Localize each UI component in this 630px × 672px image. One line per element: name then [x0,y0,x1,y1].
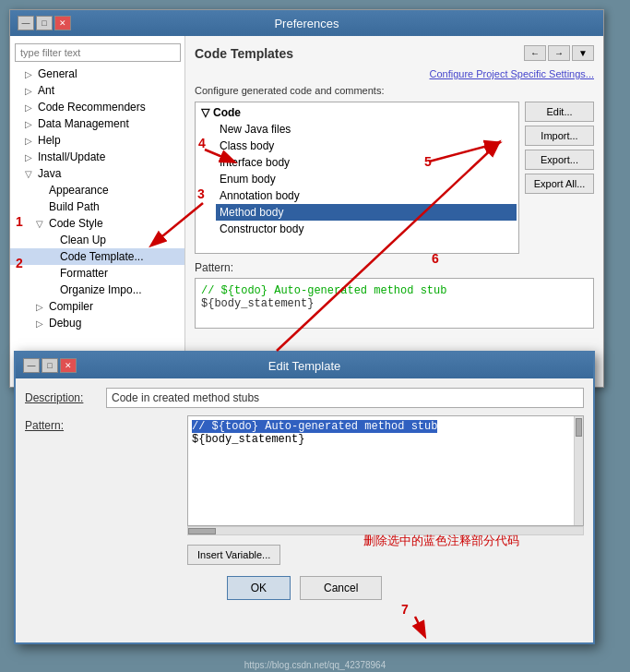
sidebar: ▷ General ▷ Ant ▷ Code Recommenders ▷ Da… [10,36,185,387]
sidebar-label: Debug [49,317,81,330]
sidebar-label: Help [38,134,61,147]
sidebar-label: Compiler [49,300,93,313]
pattern-label: Pattern: [195,261,594,274]
arrow-icon: ▷ [25,152,36,162]
sidebar-label: Code Recommenders [38,101,146,114]
sidebar-item-debug[interactable]: ▷ Debug [10,315,184,331]
sidebar-label: Code Template... [60,250,144,263]
arrow-icon: ▷ [36,318,47,329]
right-buttons: Edit... Import... Export... Export All..… [525,102,594,254]
sidebar-item-ant[interactable]: ▷ Ant [10,82,184,99]
configure-desc: Configure generated code and comments: [195,85,594,96]
pattern-row: Pattern: // ${todo} Auto-generated metho… [25,415,584,535]
sidebar-item-code-style[interactable]: ▽ Code Style [10,215,184,232]
preferences-body: ▷ General ▷ Ant ▷ Code Recommenders ▷ Da… [10,36,603,387]
code-tree-sub: New Java files Class body Interface body… [197,121,517,237]
sidebar-label: Code Style [49,217,103,230]
nav-buttons: ← → ▼ [524,45,594,61]
edit-template-dialog: — □ ✕ Edit Template Description: Pattern… [14,351,595,644]
body-statement: ${body_statement} [192,433,304,446]
code-tree[interactable]: ▽ Code New Java files Class body Interfa… [195,102,519,254]
arrow-icon: ▷ [25,119,36,129]
import-button[interactable]: Import... [525,126,594,146]
arrow-icon: ▷ [25,102,36,113]
sidebar-item-clean-up[interactable]: Clean Up [10,232,184,248]
back-button[interactable]: ← [524,45,546,61]
sidebar-label: Java [38,167,61,180]
arrow-icon: ▷ [36,302,47,312]
dialog-footer: OK Cancel [25,572,584,604]
description-label: Description: [25,391,99,404]
pattern-editor-wrapper: // ${todo} Auto-generated method stub ${… [106,415,584,535]
code-tree-header[interactable]: ▽ Code [197,104,517,121]
pattern-editor[interactable]: // ${todo} Auto-generated method stub ${… [187,415,584,526]
sidebar-item-help[interactable]: ▷ Help [10,132,184,149]
menu-button[interactable]: ▼ [572,45,594,61]
filter-input[interactable] [15,43,181,62]
sidebar-item-appearance[interactable]: Appearance [10,182,184,198]
sidebar-label: General [38,67,77,80]
sidebar-label: Appearance [49,184,109,197]
edit-maximize-button[interactable]: □ [42,358,58,373]
close-button[interactable]: ✕ [54,16,71,30]
selected-pattern-text: // ${todo} Auto-generated method stub [192,420,437,433]
cancel-button[interactable]: Cancel [300,576,382,600]
code-item-annotation-body[interactable]: Annotation body [216,187,517,204]
forward-button[interactable]: → [548,45,570,61]
ok-button[interactable]: OK [227,576,291,600]
sidebar-item-compiler[interactable]: ▷ Compiler [10,298,184,315]
pattern-area: // ${todo} Auto-generated method stub ${… [195,278,594,329]
edit-minimize-button[interactable]: — [23,358,40,373]
sidebar-label: Data Management [38,117,129,130]
arrow-icon: ▷ [25,136,36,146]
sidebar-label: Build Path [49,200,100,213]
edit-body: Description: Pattern: // ${todo} Auto-ge… [16,378,593,613]
minimize-button[interactable]: — [18,16,34,30]
code-item-interface-body[interactable]: Interface body [216,154,517,171]
code-tree-panel: ▽ Code New Java files Class body Interfa… [195,102,594,254]
sidebar-item-general[interactable]: ▷ General [10,66,184,82]
content-area: Code Templates ← → ▼ Configure Project S… [185,36,603,387]
pattern-label-edit: Pattern: [25,415,99,535]
preferences-titlebar: — □ ✕ Preferences [10,10,603,36]
insert-variable-button[interactable]: Insert Variable... [187,545,280,565]
code-item-class-body[interactable]: Class body [216,138,517,154]
sidebar-item-code-templates[interactable]: Code Template... [10,248,184,265]
preferences-window: — □ ✕ Preferences ▷ General ▷ Ant ▷ Code… [9,9,604,388]
description-input[interactable] [106,388,584,408]
delete-hint: 删除选中的蓝色注释部分代码 [363,533,519,549]
sidebar-label: Formatter [60,267,108,280]
edit-titlebar: — □ ✕ Edit Template [16,353,593,378]
sidebar-item-code-recommenders[interactable]: ▷ Code Recommenders [10,99,184,115]
arrow-icon: ▷ [25,69,36,79]
arrow-icon: ▽ [25,169,36,179]
sidebar-item-formatter[interactable]: Formatter [10,265,184,282]
sidebar-label: Organize Impo... [60,283,142,296]
code-item-enum-body[interactable]: Enum body [216,171,517,187]
edit-close-button[interactable]: ✕ [60,358,77,373]
content-title: Code Templates [195,46,293,61]
code-item-constructor-body[interactable]: Constructor body [216,221,517,237]
preferences-title: Preferences [73,17,541,30]
pattern-content: // ${todo} Auto-generated method stub ${… [188,416,583,450]
sidebar-item-build-path[interactable]: Build Path [10,198,184,215]
sidebar-label: Ant [38,84,54,97]
edit-button[interactable]: Edit... [525,102,594,122]
export-all-button[interactable]: Export All... [525,174,594,194]
watermark: https://blog.csdn.net/qq_42378964 [244,660,386,670]
sidebar-item-install-update[interactable]: ▷ Install/Update [10,149,184,165]
configure-link[interactable]: Configure Project Specific Settings... [195,68,594,79]
maximize-button[interactable]: □ [36,16,53,30]
export-button[interactable]: Export... [525,150,594,170]
collapse-arrow: ▽ [201,106,209,119]
scrollbar-thumb [576,418,582,437]
description-row: Description: [25,388,584,408]
arrow-icon: ▷ [25,86,36,96]
sidebar-item-organize-imports[interactable]: Organize Impo... [10,282,184,298]
vertical-scrollbar[interactable] [574,416,583,525]
code-item-new-java[interactable]: New Java files [216,121,517,138]
code-item-method-body[interactable]: Method body [216,204,517,221]
pattern-comment: // ${todo} Auto-generated method stub [201,284,446,297]
sidebar-item-data-management[interactable]: ▷ Data Management [10,115,184,132]
sidebar-item-java[interactable]: ▽ Java [10,165,184,182]
